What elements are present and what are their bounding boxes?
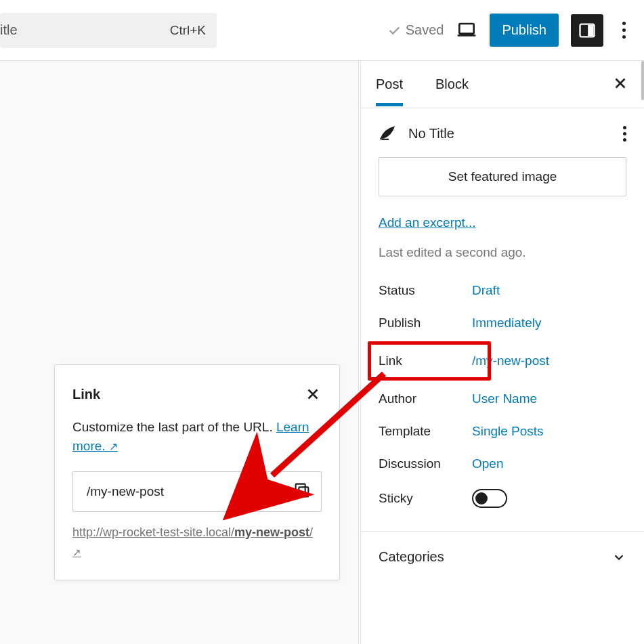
url-slug: my-new-post bbox=[234, 525, 309, 539]
link-value[interactable]: /my-new-post bbox=[472, 353, 626, 368]
publish-button[interactable]: Publish bbox=[490, 14, 559, 47]
svg-rect-4 bbox=[296, 484, 305, 494]
set-featured-image-button[interactable]: Set featured image bbox=[379, 157, 626, 196]
add-excerpt-link[interactable]: Add an excerpt... bbox=[379, 215, 476, 230]
scrollbar[interactable] bbox=[641, 61, 644, 100]
chevron-down-icon bbox=[611, 550, 626, 565]
post-title[interactable]: No Title bbox=[408, 126, 454, 142]
post-panel: No Title Set featured image Add an excer… bbox=[361, 108, 644, 508]
external-icon: ↗ bbox=[72, 546, 81, 558]
close-icon[interactable] bbox=[304, 385, 322, 403]
sidebar-tabs: Post Block bbox=[361, 61, 644, 108]
link-label: Link bbox=[379, 348, 472, 374]
close-sidebar-button[interactable] bbox=[611, 74, 629, 95]
publish-label: Publish bbox=[379, 316, 472, 330]
popover-header: Link bbox=[72, 385, 322, 403]
laptop-icon bbox=[456, 18, 477, 40]
saved-indicator: Saved bbox=[387, 22, 444, 38]
publish-value[interactable]: Immediately bbox=[472, 316, 626, 330]
discussion-label: Discussion bbox=[379, 456, 472, 471]
author-label: Author bbox=[379, 391, 472, 406]
settings-sidebar: Post Block No Title Set featured image A… bbox=[360, 61, 644, 644]
popover-title: Link bbox=[72, 387, 100, 402]
editor-topbar: itle Ctrl+K Saved Publish bbox=[0, 0, 644, 61]
checkmark-icon bbox=[387, 23, 402, 38]
post-meta-grid: Status Draft Publish Immediately Link /m… bbox=[379, 283, 626, 508]
popover-desc-text: Customize the last part of the URL. bbox=[72, 420, 276, 434]
post-title-row: No Title bbox=[379, 123, 626, 144]
copy-button[interactable] bbox=[293, 481, 312, 502]
categories-panel-toggle[interactable]: Categories bbox=[361, 531, 644, 582]
topbar-actions: Saved Publish bbox=[387, 14, 632, 47]
popover-description: Customize the last part of the URL. Lear… bbox=[72, 418, 322, 455]
slug-input[interactable] bbox=[87, 484, 293, 499]
author-value[interactable]: User Name bbox=[472, 391, 626, 406]
title-shortcut: Ctrl+K bbox=[170, 23, 206, 38]
sidebar-icon bbox=[578, 21, 597, 40]
external-icon: ↗ bbox=[109, 440, 118, 452]
full-url-preview[interactable]: http://wp-rocket-test-site.local/my-new-… bbox=[72, 523, 322, 562]
status-value[interactable]: Draft bbox=[472, 283, 626, 298]
title-command-pill[interactable]: itle Ctrl+K bbox=[0, 13, 217, 48]
url-suffix: / bbox=[309, 525, 313, 539]
device-preview-button[interactable] bbox=[456, 18, 477, 43]
slug-input-wrapper bbox=[72, 471, 322, 512]
svg-rect-2 bbox=[588, 24, 593, 35]
last-edited-text: Last edited a second ago. bbox=[379, 245, 626, 260]
tab-block[interactable]: Block bbox=[435, 63, 469, 106]
quill-icon bbox=[379, 123, 396, 141]
title-label: itle bbox=[0, 22, 18, 38]
sticky-label: Sticky bbox=[379, 491, 472, 506]
copy-icon bbox=[293, 481, 312, 500]
url-base: http://wp-rocket-test-site.local/ bbox=[72, 525, 234, 539]
svg-rect-3 bbox=[299, 487, 308, 496]
close-icon bbox=[611, 74, 629, 92]
more-options-button[interactable] bbox=[616, 22, 632, 39]
discussion-value[interactable]: Open bbox=[472, 456, 626, 471]
post-type-icon bbox=[379, 123, 396, 144]
template-value[interactable]: Single Posts bbox=[472, 424, 626, 439]
link-popover: Link Customize the last part of the URL.… bbox=[54, 364, 340, 580]
status-label: Status bbox=[379, 283, 472, 298]
template-label: Template bbox=[379, 424, 472, 439]
tab-post[interactable]: Post bbox=[376, 63, 403, 106]
settings-panel-toggle[interactable] bbox=[571, 14, 603, 47]
categories-label: Categories bbox=[379, 549, 444, 565]
svg-rect-0 bbox=[460, 24, 474, 34]
saved-label: Saved bbox=[406, 22, 444, 38]
post-actions-button[interactable] bbox=[623, 126, 626, 142]
sticky-toggle[interactable] bbox=[472, 489, 507, 508]
